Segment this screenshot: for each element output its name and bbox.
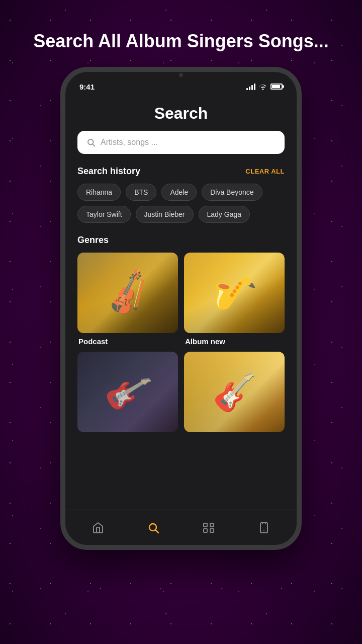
nav-search[interactable] bbox=[137, 518, 169, 538]
content-area: Search Artists, songs ... Search history… bbox=[65, 94, 297, 510]
genre-image-podcast bbox=[77, 253, 178, 333]
battery-icon bbox=[270, 84, 283, 90]
svg-rect-6 bbox=[204, 529, 207, 532]
device-icon bbox=[258, 522, 270, 534]
search-history-header: Search history CLEAR ALL bbox=[77, 166, 285, 177]
library-icon bbox=[203, 522, 215, 534]
nav-device[interactable] bbox=[248, 518, 280, 538]
phone-wrapper: 9:41 bbox=[60, 67, 302, 550]
genre-image-album-new bbox=[184, 253, 285, 333]
genre-label-podcast: Podcast bbox=[77, 337, 178, 346]
history-title: Search history bbox=[77, 166, 140, 177]
svg-line-3 bbox=[156, 530, 159, 533]
bottom-nav bbox=[65, 510, 297, 545]
search-placeholder-text: Artists, songs ... bbox=[101, 138, 276, 147]
genre-image-studio bbox=[77, 352, 178, 432]
genre-label-album-new: Album new bbox=[184, 337, 285, 346]
battery-fill bbox=[272, 85, 280, 88]
svg-rect-7 bbox=[210, 529, 214, 532]
svg-rect-5 bbox=[210, 523, 214, 527]
status-time: 9:41 bbox=[79, 83, 95, 91]
tag-rihanna[interactable]: Rihanna bbox=[77, 184, 121, 201]
camera-notch bbox=[171, 72, 191, 78]
svg-line-1 bbox=[93, 144, 95, 146]
genre-card-studio[interactable] bbox=[77, 352, 178, 432]
tag-justin-bieber[interactable]: Justin Bieber bbox=[136, 206, 194, 223]
search-bar[interactable]: Artists, songs ... bbox=[77, 131, 285, 154]
nav-home[interactable] bbox=[82, 518, 114, 538]
tag-taylor-swift[interactable]: Taylor Swift bbox=[77, 206, 131, 223]
tag-lady-gaga[interactable]: Lady Gaga bbox=[199, 206, 250, 223]
tags-container: Rihanna BTS Adele Diva Beyonce Taylor Sw… bbox=[77, 184, 285, 223]
phone-inner: 9:41 bbox=[65, 72, 297, 545]
camera-dot bbox=[179, 73, 183, 77]
tag-bts[interactable]: BTS bbox=[126, 184, 156, 201]
genre-card-podcast[interactable]: Podcast bbox=[77, 253, 178, 346]
genres-grid: Podcast Album new bbox=[77, 253, 285, 432]
genre-card-guitar[interactable] bbox=[184, 352, 285, 432]
clear-all-button[interactable]: CLEAR ALL bbox=[245, 168, 285, 175]
wifi-icon bbox=[258, 83, 267, 90]
search-icon bbox=[86, 138, 96, 147]
page-title: Search bbox=[77, 94, 285, 131]
svg-rect-4 bbox=[204, 523, 207, 527]
nav-library[interactable] bbox=[193, 518, 225, 538]
phone-frame: 9:41 bbox=[60, 67, 302, 550]
tag-adele[interactable]: Adele bbox=[161, 184, 197, 201]
home-icon bbox=[92, 522, 104, 534]
tag-diva-beyonce[interactable]: Diva Beyonce bbox=[202, 184, 262, 201]
headline-text: Search All Album Singers Songs... bbox=[13, 30, 348, 52]
genre-card-album-new[interactable]: Album new bbox=[184, 253, 285, 346]
status-icons bbox=[246, 83, 283, 90]
genres-title: Genres bbox=[77, 235, 285, 246]
search-nav-icon bbox=[147, 522, 159, 534]
signal-icon bbox=[246, 84, 255, 90]
genre-image-guitar bbox=[184, 352, 285, 432]
